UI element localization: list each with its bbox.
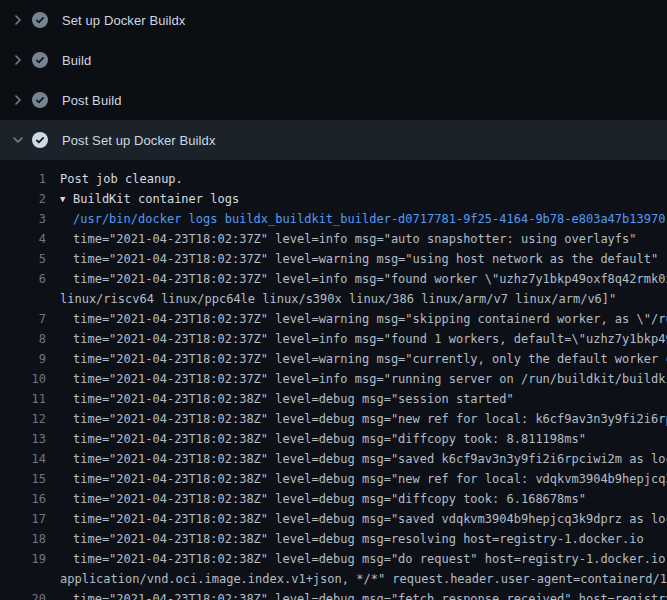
line-number[interactable]: 4 <box>0 229 46 249</box>
line-number[interactable]: 20 <box>0 589 46 600</box>
log-line: 12time="2021-04-23T18:02:38Z" level=debu… <box>0 409 667 429</box>
step-label: Set up Docker Buildx <box>62 13 185 28</box>
log-line: 17time="2021-04-23T18:02:38Z" level=debu… <box>0 509 667 529</box>
log-line: 3/usr/bin/docker logs buildx_buildkit_bu… <box>0 209 667 229</box>
log-text: time="2021-04-23T18:02:38Z" level=debug … <box>46 549 667 569</box>
log-text: time="2021-04-23T18:02:38Z" level=debug … <box>46 409 667 429</box>
log-text: time="2021-04-23T18:02:37Z" level=warnin… <box>46 249 658 269</box>
log-line: 15time="2021-04-23T18:02:38Z" level=debu… <box>0 469 667 489</box>
chevron-down-icon <box>10 132 26 148</box>
log-text: Post job cleanup. <box>46 169 183 189</box>
log-line: 11time="2021-04-23T18:02:38Z" level=debu… <box>0 389 667 409</box>
log-text: time="2021-04-23T18:02:38Z" level=debug … <box>46 389 514 409</box>
log-line: linux/riscv64 linux/ppc64le linux/s390x … <box>0 289 667 309</box>
log-line: 4time="2021-04-23T18:02:37Z" level=info … <box>0 229 667 249</box>
line-number[interactable]: 18 <box>0 529 46 549</box>
step-label: Build <box>62 53 91 68</box>
step-label: Post Set up Docker Buildx <box>62 133 216 148</box>
check-circle-icon <box>32 52 48 68</box>
log-text: time="2021-04-23T18:02:37Z" level=info m… <box>46 269 667 289</box>
line-number[interactable]: 15 <box>0 469 46 489</box>
steps-list: Set up Docker BuildxBuildPost BuildPost … <box>0 0 667 160</box>
log-text: time="2021-04-23T18:02:38Z" level=debug … <box>46 529 644 549</box>
group-title: BuildKit container logs <box>73 192 239 206</box>
line-number[interactable]: 6 <box>0 269 46 289</box>
line-number[interactable]: 7 <box>0 309 46 329</box>
step-row[interactable]: Build <box>0 40 667 80</box>
log-text: time="2021-04-23T18:02:37Z" level=info m… <box>46 329 667 349</box>
step-row[interactable]: Set up Docker Buildx <box>0 0 667 40</box>
log-line: 16time="2021-04-23T18:02:38Z" level=debu… <box>0 489 667 509</box>
line-number[interactable]: 14 <box>0 449 46 469</box>
log-line: 10time="2021-04-23T18:02:37Z" level=info… <box>0 369 667 389</box>
chevron-right-icon <box>10 12 26 28</box>
step-label: Post Build <box>62 93 122 108</box>
log-text: application/vnd.oci.image.index.v1+json,… <box>46 569 667 589</box>
line-number[interactable]: 12 <box>0 409 46 429</box>
log-line: 19time="2021-04-23T18:02:38Z" level=debu… <box>0 549 667 569</box>
log-text: time="2021-04-23T18:02:37Z" level=warnin… <box>46 349 667 369</box>
group-toggle-icon[interactable]: ▼ <box>60 189 73 209</box>
log-text: ▼BuildKit container logs <box>46 189 239 209</box>
check-circle-icon <box>32 132 48 148</box>
log-line: 5time="2021-04-23T18:02:37Z" level=warni… <box>0 249 667 269</box>
log-line: 13time="2021-04-23T18:02:38Z" level=debu… <box>0 429 667 449</box>
line-number[interactable]: 5 <box>0 249 46 269</box>
line-number[interactable]: 13 <box>0 429 46 449</box>
log-text: time="2021-04-23T18:02:37Z" level=warnin… <box>46 309 667 329</box>
line-number[interactable]: 11 <box>0 389 46 409</box>
line-number[interactable]: 19 <box>0 549 46 569</box>
line-number[interactable]: 3 <box>0 209 46 229</box>
log-line: 18time="2021-04-23T18:02:38Z" level=debu… <box>0 529 667 549</box>
log-text: time="2021-04-23T18:02:38Z" level=debug … <box>46 509 667 529</box>
log-text: time="2021-04-23T18:02:38Z" level=debug … <box>46 429 586 449</box>
step-row[interactable]: Post Set up Docker Buildx <box>0 120 667 160</box>
log-text: time="2021-04-23T18:02:38Z" level=debug … <box>46 469 667 489</box>
line-number[interactable]: 1 <box>0 169 46 189</box>
log-line: 6time="2021-04-23T18:02:37Z" level=info … <box>0 269 667 289</box>
line-number[interactable]: 16 <box>0 489 46 509</box>
log-line: 20time="2021-04-23T18:02:38Z" level=debu… <box>0 589 667 600</box>
line-number <box>0 289 46 309</box>
line-number <box>0 569 46 589</box>
log-line: 1Post job cleanup. <box>0 169 667 189</box>
log-line: 9time="2021-04-23T18:02:37Z" level=warni… <box>0 349 667 369</box>
log-text: /usr/bin/docker logs buildx_buildkit_bui… <box>46 209 665 229</box>
line-number[interactable]: 8 <box>0 329 46 349</box>
log-text: linux/riscv64 linux/ppc64le linux/s390x … <box>46 289 616 309</box>
log-viewer: 1Post job cleanup.2▼BuildKit container l… <box>0 160 667 600</box>
log-line: application/vnd.oci.image.index.v1+json,… <box>0 569 667 589</box>
log-text: time="2021-04-23T18:02:37Z" level=info m… <box>46 229 637 249</box>
log-line: 7time="2021-04-23T18:02:37Z" level=warni… <box>0 309 667 329</box>
log-text: time="2021-04-23T18:02:38Z" level=debug … <box>46 449 667 469</box>
chevron-right-icon <box>10 52 26 68</box>
log-line: 8time="2021-04-23T18:02:37Z" level=info … <box>0 329 667 349</box>
log-line: 2▼BuildKit container logs <box>0 189 667 209</box>
line-number[interactable]: 2 <box>0 189 46 209</box>
check-circle-icon <box>32 92 48 108</box>
line-number[interactable]: 9 <box>0 349 46 369</box>
log-text: time="2021-04-23T18:02:38Z" level=debug … <box>46 489 586 509</box>
line-number[interactable]: 17 <box>0 509 46 529</box>
line-number[interactable]: 10 <box>0 369 46 389</box>
log-text: time="2021-04-23T18:02:37Z" level=info m… <box>46 369 667 389</box>
chevron-right-icon <box>10 92 26 108</box>
log-text: time="2021-04-23T18:02:38Z" level=debug … <box>46 589 667 600</box>
check-circle-icon <box>32 12 48 28</box>
step-row[interactable]: Post Build <box>0 80 667 120</box>
log-line: 14time="2021-04-23T18:02:38Z" level=debu… <box>0 449 667 469</box>
